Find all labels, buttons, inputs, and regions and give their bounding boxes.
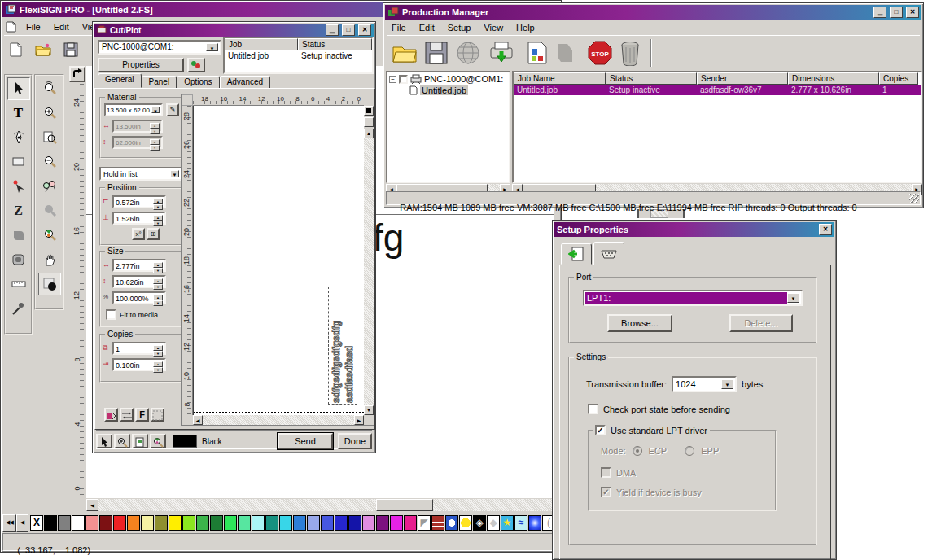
- material-height-field[interactable]: 62.000in ▲▼: [112, 136, 163, 149]
- properties-button[interactable]: Properties: [98, 58, 184, 72]
- palette-color-swatch[interactable]: [85, 515, 98, 531]
- rectangle-tool[interactable]: [7, 151, 30, 173]
- size-scale-field[interactable]: 100.000% ▲▼: [112, 291, 166, 304]
- ruler-origin-button[interactable]: [69, 66, 85, 82]
- preview-vscroll-thumb[interactable]: [364, 117, 374, 127]
- material-preset-combo[interactable]: 13.500 x 62.00 ▼: [104, 103, 163, 116]
- browse-button[interactable]: Browse...: [607, 314, 672, 332]
- copies-count-spinner[interactable]: ▲▼: [153, 345, 163, 352]
- palette-color-swatch[interactable]: [224, 515, 237, 531]
- preview-page-tool[interactable]: [132, 434, 148, 448]
- zoom-in-tool[interactable]: [38, 102, 61, 125]
- port-combobox[interactable]: LPT1: ▼: [583, 290, 803, 306]
- pm-tree-job-row[interactable]: Untitled.job: [401, 85, 507, 95]
- zoom-page-tool[interactable]: [38, 126, 61, 149]
- position-y-spinner[interactable]: ▲▼: [153, 215, 163, 221]
- pm-send-job-button[interactable]: [488, 40, 515, 66]
- pm-abort-button[interactable]: STOP: [587, 40, 613, 66]
- pm-col-dimensions[interactable]: Dimensions: [788, 72, 879, 85]
- cutplot-maximize-button[interactable]: □: [342, 24, 355, 36]
- pm-tree-device-row[interactable]: − PNC-1000@COM1:: [389, 74, 507, 84]
- pm-menu-setup[interactable]: Setup: [441, 21, 478, 34]
- device-dropdown-arrow[interactable]: ▼: [206, 43, 218, 51]
- position-y-field[interactable]: 1.526in ▲▼: [112, 212, 166, 225]
- open-file-button[interactable]: [32, 38, 55, 61]
- palette-pattern-brick[interactable]: [431, 515, 444, 531]
- check-port-checkbox[interactable]: [588, 404, 598, 414]
- effects-z-tool[interactable]: Z: [7, 199, 30, 222]
- tree-device-label[interactable]: PNC-1000@COM1:: [424, 74, 503, 84]
- cutplot-tab-options[interactable]: Options: [177, 76, 219, 89]
- fs-menu-file[interactable]: File: [20, 20, 47, 33]
- canvas-hscrollbar[interactable]: ◀: [86, 499, 554, 511]
- fill-gradient-tool[interactable]: [38, 273, 61, 295]
- preview-vscroll-down[interactable]: ▼: [364, 405, 374, 415]
- palette-color-swatch[interactable]: [307, 515, 320, 531]
- buffer-combobox[interactable]: 1024 ▼: [672, 376, 737, 392]
- palette-color-swatch[interactable]: [265, 515, 278, 531]
- select-tool[interactable]: [7, 77, 30, 100]
- palette-pattern-glow[interactable]: [528, 515, 541, 531]
- eyedropper-tool[interactable]: [7, 297, 30, 320]
- palette-color-swatch[interactable]: [252, 515, 265, 531]
- cutplot-col-job[interactable]: Job: [225, 38, 298, 50]
- fit-to-media-row[interactable]: Fit to media: [106, 309, 158, 320]
- preview-vscroll-up[interactable]: ▲: [364, 129, 374, 138]
- tree-expand-icon[interactable]: −: [389, 76, 396, 83]
- current-color-swatch[interactable]: [173, 435, 197, 448]
- pm-save-job-button[interactable]: [424, 41, 449, 65]
- fill-mode-button[interactable]: F: [135, 408, 149, 422]
- cutplot-close-button[interactable]: ✕: [358, 24, 371, 36]
- save-file-button[interactable]: [59, 38, 82, 61]
- buffer-dropdown-arrow[interactable]: ▼: [721, 379, 733, 389]
- size-scale-spinner[interactable]: ▲▼: [153, 295, 163, 301]
- port-dropdown-arrow[interactable]: ▼: [787, 293, 799, 303]
- sp-tab-port-settings[interactable]: [593, 242, 624, 265]
- palette-color-swatch[interactable]: [390, 515, 403, 531]
- pm-job-row-selected[interactable]: Untitled.jobSetup inactiveasdfasdf-ow36v…: [514, 85, 921, 95]
- document-icon[interactable]: [6, 21, 16, 33]
- sp-close-button[interactable]: ✕: [819, 224, 832, 235]
- pm-titlebar[interactable]: Production Manager ▁ □ ✕: [385, 5, 921, 20]
- round-rect-tool[interactable]: [7, 248, 30, 271]
- material-width-field[interactable]: 13.500in ▲▼: [112, 120, 163, 133]
- use-lpt-row[interactable]: ✓ Use standard LPT driver: [593, 425, 710, 435]
- mode-dropdown-arrow[interactable]: ▼: [170, 170, 179, 177]
- copies-spacing-field[interactable]: 0.100in ▲▼: [112, 358, 166, 371]
- cutplot-tab-panel[interactable]: Panel: [142, 76, 177, 89]
- palette-pattern-diamond[interactable]: ◈: [473, 515, 486, 531]
- canvas-text[interactable]: fg: [373, 216, 404, 260]
- preview-select-tool[interactable]: [96, 434, 112, 448]
- palette-color-swatch[interactable]: [404, 515, 417, 531]
- preview-hscroll-left[interactable]: ◀: [193, 415, 203, 425]
- sp-tab-job-transfer[interactable]: [561, 243, 592, 265]
- preview-zoom-tool[interactable]: [114, 434, 130, 448]
- palette-color-swatch[interactable]: [141, 515, 154, 531]
- palette-color-swatch[interactable]: [155, 515, 168, 531]
- cutplot-tab-general[interactable]: General: [98, 73, 142, 88]
- palette-pattern-tool[interactable]: ◤: [418, 515, 431, 531]
- pm-maximize-button[interactable]: □: [890, 7, 903, 18]
- hscroll-thumb[interactable]: [376, 499, 433, 511]
- cutplot-titlebar[interactable]: Cut/Plot ▁ □ ✕: [94, 24, 374, 37]
- palette-color-swatch[interactable]: [99, 515, 112, 531]
- palette-color-swatch[interactable]: [196, 515, 209, 531]
- preview-hscroll-right[interactable]: ▶: [354, 415, 364, 425]
- palette-pattern-blob[interactable]: [459, 515, 472, 531]
- position-x-spinner[interactable]: ▲▼: [153, 199, 163, 205]
- pm-col-copies[interactable]: Copies: [879, 72, 918, 85]
- material-height-spinner[interactable]: ▲▼: [150, 139, 160, 146]
- pm-close-button[interactable]: ✕: [906, 7, 919, 18]
- new-document-button[interactable]: [4, 38, 27, 61]
- palette-color-swatch[interactable]: [58, 515, 71, 531]
- pm-col-sender[interactable]: Sender: [697, 72, 788, 85]
- size-width-field[interactable]: 2.777in ▲▼: [112, 259, 166, 272]
- palette-color-swatch[interactable]: [238, 515, 251, 531]
- palette-pattern-flower[interactable]: [445, 515, 458, 531]
- palette-color-swatch[interactable]: [376, 515, 389, 531]
- pan-hand-tool[interactable]: [38, 248, 61, 271]
- palette-color-swatch[interactable]: [279, 515, 292, 531]
- pm-job-properties-button[interactable]: [527, 41, 548, 65]
- palette-color-swatch[interactable]: [127, 515, 140, 531]
- origin-select-button[interactable]: ⊞: [147, 228, 160, 240]
